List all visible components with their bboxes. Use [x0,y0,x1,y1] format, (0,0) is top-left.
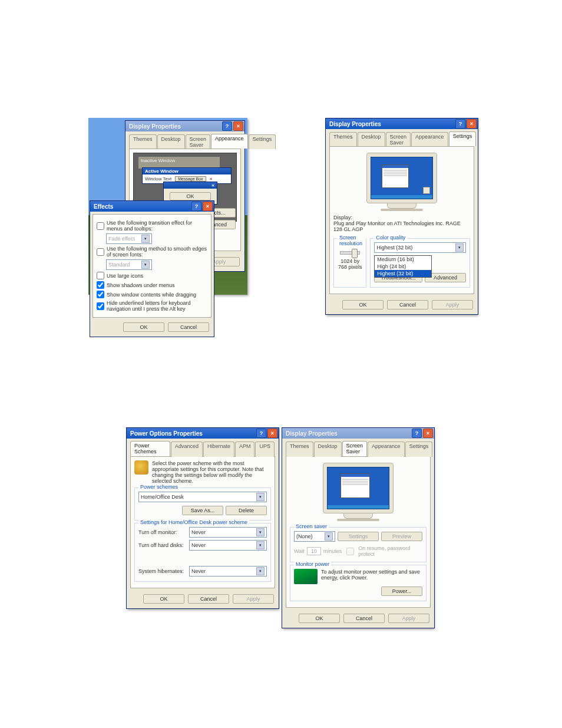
close-icon[interactable]: × [233,121,243,131]
turn-off-monitor-label: Turn off monitor: [138,529,186,535]
chevron-down-icon: ▾ [455,243,464,252]
close-icon[interactable]: × [203,202,213,211]
power-button[interactable]: Power... [381,587,422,596]
tab-advanced[interactable]: Advanced [171,442,203,457]
tab-themes[interactable]: Themes [129,134,157,149]
close-icon[interactable]: × [467,119,477,129]
opt-window-contents-drag[interactable]: Show window contents while dragging [97,291,207,298]
tab-hibernate[interactable]: Hibernate [203,442,234,457]
ok-button[interactable]: OK [342,300,384,309]
tab-settings[interactable]: Settings [249,134,276,149]
tab-apm[interactable]: APM [235,442,255,457]
help-icon[interactable]: ? [256,429,266,438]
help-icon[interactable]: ? [412,429,422,438]
ok-button[interactable]: OK [143,594,184,604]
resume-password-label: On resume, password protect [358,545,422,557]
wait-label: Wait [294,548,305,554]
tab-desktop[interactable]: Desktop [157,134,185,149]
tab-power-schemes[interactable]: Power Schemes [130,441,170,456]
opt-hide-underlines[interactable]: Hide underlined letters for keyboard nav… [97,300,207,312]
display-properties-dialog: Display Properties ? × Themes Desktop Sc… [282,427,435,628]
energy-star-icon [294,569,318,584]
tab-settings[interactable]: Settings [405,442,433,457]
opt-large-icons[interactable]: Use large icons [97,272,207,279]
monitor-preview [366,153,437,211]
tab-screensaver[interactable]: Screen Saver [386,132,411,147]
apply-button[interactable]: Apply [432,300,473,309]
turn-off-hdd-select[interactable]: Never▾ [189,540,267,551]
transition-select[interactable]: Fade effect▾ [106,233,152,244]
save-as-button[interactable]: Save As... [182,506,223,515]
tab-appearance[interactable]: Appearance [211,134,248,149]
titlebar[interactable]: Display Properties ? × [282,428,434,439]
system-hibernates-select[interactable]: Never▾ [189,566,267,577]
effects-title: Effects [94,203,113,210]
titlebar[interactable]: Display Properties ? × [326,118,478,129]
opt-smooth-fonts[interactable]: Use the following method to smooth edges… [97,246,207,258]
opt-shadows-menus[interactable]: Show shadows under menus [97,281,207,289]
preview-close-x: × [210,176,213,182]
screenshot-appearance-effects: Display Properties ? × Themes Desktop Sc… [88,118,247,295]
cancel-button[interactable]: Cancel [343,614,385,623]
tab-strip: Themes Desktop Screen Saver Appearance S… [282,439,434,456]
color-quality-select[interactable]: Highest (32 bit) ▾ [374,242,466,253]
opt-transition-effect[interactable]: Use the following transition effect for … [97,220,207,232]
tab-themes[interactable]: Themes [286,442,313,457]
tab-appearance[interactable]: Appearance [411,132,448,147]
delete-button[interactable]: Delete [226,506,267,515]
power-intro-text: Select the power scheme with the most ap… [152,460,271,484]
preview-active-header: Active Window [143,168,231,174]
screenshot-display-settings: Display Properties ? × Themes Desktop Sc… [325,118,477,315]
close-icon[interactable]: × [267,429,277,438]
power-scheme-select[interactable]: Home/Office Desk ▾ [138,492,267,502]
tab-desktop[interactable]: Desktop [314,442,342,457]
turn-off-hdd-label: Turn off hard disks: [138,542,186,548]
smoothing-select[interactable]: Standard▾ [106,259,152,270]
power-schemes-group: Power schemes [138,484,180,490]
effects-titlebar[interactable]: Effects ? × [90,201,214,212]
cancel-button[interactable]: Cancel [168,322,209,332]
tab-appearance[interactable]: Appearance [368,442,405,457]
preview-message-box-label: Message Box [175,176,206,182]
turn-off-monitor-select[interactable]: Never▾ [189,527,267,538]
ok-button[interactable]: OK [123,322,164,332]
display-device: Plug and Play Monitor on ATI Technologie… [333,220,470,232]
effects-dialog: Effects ? × Use the following transition… [90,200,214,337]
screen-resolution-group: Screen resolution [338,235,366,246]
power-scheme-icon [134,460,148,475]
apply-button[interactable]: Apply [233,594,274,604]
titlebar[interactable]: Power Options Properties ? × [127,428,279,439]
settings-button[interactable]: Settings [338,532,379,541]
color-option-highest[interactable]: Highest (32 bit) [375,270,431,277]
tab-desktop[interactable]: Desktop [358,132,385,147]
ok-button[interactable]: OK [299,614,340,623]
screensaver-select[interactable]: (None) ▾ [294,531,335,542]
cancel-button[interactable]: Cancel [188,594,229,604]
tab-screensaver[interactable]: Screen Saver [342,441,368,456]
wait-spinner[interactable]: 10 [307,547,321,555]
preview-ok-button: OK [170,192,211,200]
chevron-down-icon: ▾ [256,493,265,501]
monitor-preview [323,463,394,521]
monitor-power-group: Monitor power [294,561,331,567]
close-icon[interactable]: × [423,429,433,438]
help-icon[interactable]: ? [455,119,465,129]
help-icon[interactable]: ? [191,202,201,211]
dialog-title: Display Properties [129,123,181,130]
help-icon[interactable]: ? [222,121,232,131]
screensaver-value: (None) [296,533,313,539]
color-option-medium[interactable]: Medium (16 bit) [375,256,431,263]
dialog-title: Power Options Properties [130,430,203,437]
tab-ups[interactable]: UPS [255,442,275,457]
tab-themes[interactable]: Themes [329,132,357,147]
resolution-slider[interactable] [340,251,360,255]
tab-settings[interactable]: Settings [449,131,477,146]
color-option-high[interactable]: High (24 bit) [375,263,431,270]
apply-button[interactable]: Apply [388,614,429,623]
resume-password-checkbox[interactable] [346,548,354,555]
tab-screensaver[interactable]: Screen Saver [186,134,211,149]
color-quality-dropdown[interactable]: Medium (16 bit) High (24 bit) Highest (3… [374,255,432,278]
preview-button[interactable]: Preview [381,532,422,541]
titlebar[interactable]: Display Properties ? × [125,121,244,131]
cancel-button[interactable]: Cancel [387,300,428,309]
